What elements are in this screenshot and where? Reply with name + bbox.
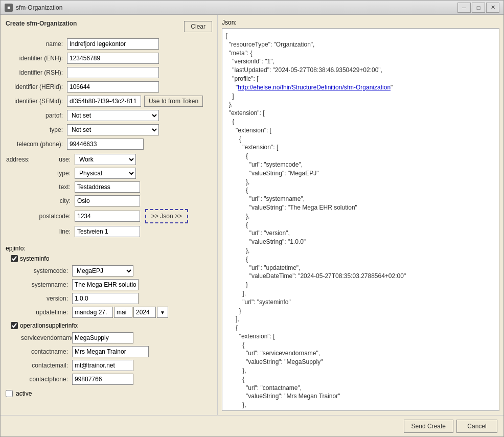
address-use-select[interactable]: Work Home [75,154,136,165]
type-row: type: Not set [6,124,212,135]
active-section: active [6,390,212,397]
close-button[interactable]: ✕ [486,3,499,13]
address-postalcode-row: postalcode: >> Json >> [34,209,212,223]
servicevendorname-input[interactable] [72,332,133,343]
address-postalcode-input[interactable] [75,211,140,222]
address-line-label: line: [34,228,75,235]
calendar-button[interactable]: ▼ [157,307,168,318]
systeminfo-label: systeminfo [20,255,49,262]
identifier-enh-row: identifier (ENH): [6,53,212,64]
json-button[interactable]: >> Json >> [145,209,188,223]
address-city-label: city: [34,197,75,204]
create-label: Create sfm-Organization [6,20,77,27]
updatetime-label: updatetime: [21,309,72,316]
operationsupplierinfo-fields: servicevendorname: contactname: contacte… [21,332,212,385]
telecom-row: telecom (phone): [6,139,212,150]
titlebar: ■ sfm-Organization ─ □ ✕ [1,1,503,15]
address-fields: use: Work Home type: Physical Postal [34,154,212,240]
epjinfo-section: epjinfo: systeminfo systemcode: MegaEPJ [6,245,212,385]
systeminfo-fields: systemcode: MegaEPJ systemname: v [21,265,212,318]
partof-row: partof: Not set [6,110,212,121]
name-row: name: [6,38,212,50]
date-year-input[interactable] [133,307,156,318]
operationsupplierinfo-section: operationsupplierinfo: servicevendorname… [11,322,212,385]
json-display: { "resourceType": "Organization", "meta"… [222,28,499,411]
address-postalcode-label: postalcode: [34,213,75,220]
telecom-input[interactable] [67,139,144,150]
epjinfo-label: epjinfo: [6,245,212,252]
identifier-sfmid-label: identifier (SFMid): [6,98,67,105]
right-panel: Json: { "resourceType": "Organization", … [218,15,503,415]
identifier-herid-row: identifier (HERid): [6,81,212,93]
address-type-row: type: Physical Postal [34,168,212,179]
identifier-herid-input[interactable] [67,81,159,93]
date-day-input[interactable] [72,307,113,318]
address-city-input[interactable] [75,195,140,206]
titlebar-left: ■ sfm-Organization [5,4,62,12]
systemname-input[interactable] [72,279,139,290]
version-input[interactable] [72,293,139,304]
contactname-input[interactable] [72,346,149,357]
window-title: sfm-Organization [16,4,62,11]
app-icon: ■ [5,4,13,12]
date-row: ▼ [72,307,168,318]
left-panel: Create sfm-Organization Clear name: iden… [1,15,218,415]
address-text-row: text: [34,181,212,193]
name-input[interactable] [67,38,159,50]
maximize-button[interactable]: □ [472,3,485,13]
address-use-row: use: Work Home [34,154,212,165]
contactemail-label: contactemail: [21,362,72,369]
clear-button[interactable]: Clear [184,21,212,32]
servicevendorname-label: servicevendorname: [21,334,72,341]
address-city-row: city: [34,195,212,206]
address-type-label: type: [34,170,75,177]
systeminfo-label-row: systeminfo [11,255,212,262]
date-month-input[interactable] [114,307,132,318]
address-text-input[interactable] [75,181,140,193]
bottom-bar: Send Create Cancel [1,415,503,436]
address-header: address: use: Work Home type: [6,154,212,240]
minimize-button[interactable]: ─ [457,3,471,13]
identifier-rsh-label: identifier (RSH): [6,69,67,76]
content-area: Create sfm-Organization Clear name: iden… [1,15,503,415]
address-use-label: use: [34,156,75,163]
type-label: type: [6,126,67,133]
name-label: name: [6,40,67,48]
contactphone-label: contactphone: [21,376,72,383]
identifier-enh-label: identifier (ENH): [6,55,67,62]
address-label: address: [6,154,34,163]
active-label: active [16,390,32,397]
window-controls: ─ □ ✕ [457,3,499,13]
main-window: ■ sfm-Organization ─ □ ✕ Create sfm-Orga… [0,0,504,437]
identifier-sfmid-row: identifier (SFMid): Use Id from Token [6,96,212,107]
use-id-button[interactable]: Use Id from Token [144,96,203,107]
identifier-herid-label: identifier (HERid): [6,83,67,90]
operationsupplierinfo-checkbox[interactable] [11,322,18,329]
operationsupplierinfo-label-row: operationsupplierinfo: [11,322,212,329]
systemcode-select[interactable]: MegaEPJ [72,265,133,277]
cancel-button[interactable]: Cancel [456,420,497,433]
partof-select[interactable]: Not set [67,110,159,121]
address-line-input[interactable] [75,226,140,237]
address-line-row: line: [34,226,212,237]
active-checkbox[interactable] [6,390,13,397]
identifier-rsh-row: identifier (RSH): [6,67,212,78]
contactphone-input[interactable] [72,374,133,385]
type-select[interactable]: Not set [67,124,159,135]
send-create-button[interactable]: Send Create [404,420,453,433]
systeminfo-checkbox[interactable] [11,255,18,262]
partof-label: partof: [6,112,67,119]
json-link[interactable]: http://ehelse.no/fhir/StructureDefinitio… [238,84,391,91]
systemname-label: systemname: [21,281,72,288]
identifier-rsh-input[interactable] [67,67,159,78]
contactemail-input[interactable] [72,360,133,371]
contactname-row: contactname: [21,346,212,357]
identifier-sfmid-input[interactable] [67,96,141,107]
contactphone-row: contactphone: [21,374,212,385]
address-section: address: use: Work Home type: [6,154,212,240]
address-type-select[interactable]: Physical Postal [75,168,136,179]
systeminfo-group: systeminfo systemcode: MegaEPJ systemn [11,255,212,385]
identifier-enh-input[interactable] [67,53,159,64]
json-label: Json: [222,19,499,26]
contactname-label: contactname: [21,348,72,355]
